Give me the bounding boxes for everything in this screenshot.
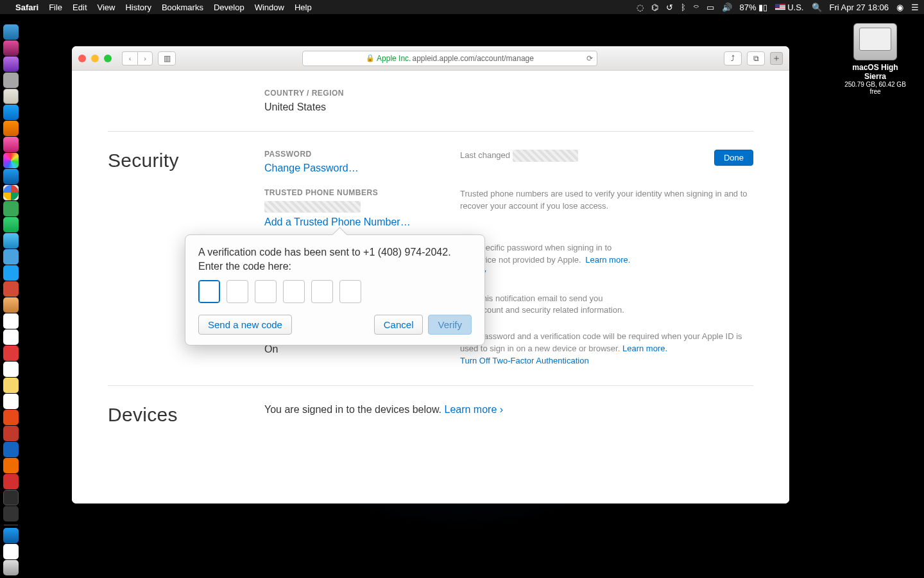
- code-digit-1[interactable]: [198, 280, 220, 303]
- input-source[interactable]: U.S.: [775, 3, 803, 12]
- window-close-button[interactable]: [78, 55, 86, 62]
- dock-app-calendar27b[interactable]: [3, 346, 19, 361]
- cancel-button[interactable]: Cancel: [374, 315, 424, 335]
- code-digit-4[interactable]: [283, 280, 305, 303]
- menu-window[interactable]: Window: [255, 3, 284, 12]
- dock-app-calendar17[interactable]: [3, 313, 19, 329]
- flag-us-icon: [775, 4, 785, 10]
- dock-app-twitter[interactable]: [3, 265, 19, 281]
- bluetooth-icon[interactable]: ᛒ: [681, 3, 686, 12]
- code-digit-2[interactable]: [227, 280, 248, 303]
- country-region-value: United States: [264, 101, 460, 113]
- app-menu[interactable]: Safari: [15, 3, 38, 12]
- traffic-lights: [78, 55, 112, 62]
- address-bar[interactable]: 🔒 Apple Inc. appleid.apple.com/account/m…: [302, 51, 597, 66]
- menu-history[interactable]: History: [125, 3, 151, 12]
- menu-edit[interactable]: Edit: [73, 3, 87, 12]
- verify-button[interactable]: Verify: [428, 315, 472, 335]
- dock-app-notes[interactable]: [3, 297, 19, 313]
- done-button[interactable]: Done: [714, 150, 753, 166]
- dock-app-pages[interactable]: [3, 394, 19, 409]
- timemachine-icon[interactable]: ↺: [666, 3, 673, 12]
- airplay-icon[interactable]: ▭: [706, 3, 714, 12]
- reload-icon[interactable]: ⟳: [586, 54, 593, 63]
- wifi-icon[interactable]: ⌔: [694, 3, 699, 12]
- dock-app-photos[interactable]: [3, 153, 19, 168]
- nav-forward-button[interactable]: ›: [137, 51, 153, 66]
- dock-app-firefox[interactable]: [3, 410, 19, 425]
- new-tab-button[interactable]: ＋: [770, 52, 783, 65]
- popover-message: A verification code has been sent to +1 …: [198, 247, 472, 258]
- battery-status[interactable]: 87% ▮▯: [740, 3, 768, 12]
- dock-app-sheets[interactable]: [3, 201, 19, 216]
- dock-app-finder[interactable]: [3, 24, 19, 40]
- dock-app-screenshot[interactable]: [3, 40, 19, 56]
- desktop-drive[interactable]: macOS High Sierra 250.79 GB, 60.42 GB fr…: [841, 23, 910, 95]
- dock-app-preview[interactable]: [3, 378, 19, 393]
- add-trusted-number-link[interactable]: Add a Trusted Phone Number…: [264, 216, 460, 228]
- menu-bookmarks[interactable]: Bookmarks: [162, 3, 203, 12]
- popover-subtitle: Enter the code here:: [198, 261, 472, 272]
- learn-more-twofa[interactable]: Learn more.: [622, 344, 667, 353]
- page-content[interactable]: COUNTRY / REGION United States Security …: [72, 71, 789, 504]
- dock-app-appstore[interactable]: [3, 105, 19, 120]
- devices-learn-more-link[interactable]: Learn more: [445, 404, 504, 415]
- dock-app-ibooks[interactable]: [3, 121, 19, 136]
- trusted-numbers-label: TRUSTED PHONE NUMBERS: [264, 188, 460, 197]
- code-digit-3[interactable]: [255, 280, 277, 303]
- siri-icon[interactable]: ◉: [896, 3, 903, 12]
- clock[interactable]: Fri Apr 27 18:06: [830, 3, 889, 12]
- nav-back-button[interactable]: ‹: [122, 51, 137, 66]
- menu-help[interactable]: Help: [295, 3, 312, 12]
- dock-app-contacts[interactable]: [3, 89, 19, 104]
- dock-separator: [4, 525, 18, 525]
- code-inputs: [198, 280, 472, 303]
- accessibility-icon[interactable]: ⌬: [651, 3, 658, 12]
- dock-app-textedit[interactable]: [3, 362, 19, 377]
- dock-app-itunes[interactable]: [3, 137, 19, 152]
- dock-app-telegram[interactable]: [3, 249, 19, 265]
- dock-app-chrome[interactable]: [3, 185, 19, 200]
- code-digit-6[interactable]: [339, 280, 361, 303]
- window-minimize-button[interactable]: [91, 55, 99, 62]
- dock-app-1password[interactable]: [3, 442, 19, 457]
- password-label: PASSWORD: [264, 150, 460, 159]
- dock-app-safari-tech[interactable]: [3, 57, 19, 72]
- menu-develop[interactable]: Develop: [214, 3, 244, 12]
- sidebar-button[interactable]: ▥: [158, 51, 176, 66]
- lock-icon: 🔒: [366, 54, 375, 62]
- dock-app-maps[interactable]: [3, 281, 19, 297]
- learn-more-appspecific[interactable]: Learn more.: [585, 255, 630, 265]
- dock-app-opera[interactable]: [3, 426, 19, 441]
- safari-window: ‹ › ▥ 🔒 Apple Inc. appleid.apple.com/acc…: [72, 46, 789, 504]
- dock-app-launchpad[interactable]: [3, 73, 19, 88]
- dock-app-messages[interactable]: [3, 217, 19, 232]
- spotlight-icon[interactable]: 🔍: [812, 3, 822, 12]
- send-new-code-button[interactable]: Send a new code: [198, 315, 292, 335]
- dock-app-calendar27[interactable]: [3, 329, 19, 345]
- turn-off-twofa-link[interactable]: Turn Off Two-Factor Authentication: [460, 356, 589, 365]
- menu-view[interactable]: View: [98, 3, 116, 12]
- volume-icon[interactable]: 🔊: [722, 3, 732, 12]
- dock-folder[interactable]: [3, 544, 19, 559]
- notification-center-icon[interactable]: ☰: [911, 3, 919, 12]
- dock-app-systemprefs[interactable]: [3, 506, 19, 521]
- change-password-link[interactable]: Change Password…: [264, 162, 460, 174]
- dock-trash[interactable]: [3, 560, 19, 575]
- dock-app-terminal[interactable]: [3, 490, 19, 505]
- dock-app-skype[interactable]: [3, 233, 19, 249]
- tabs-button[interactable]: ⧉: [747, 51, 765, 66]
- menulet-icon[interactable]: ◌: [637, 3, 644, 12]
- menu-file[interactable]: File: [49, 3, 62, 12]
- trusted-numbers-desc: Trusted phone numbers are used to verify…: [460, 188, 753, 228]
- dock-app-safari[interactable]: [3, 169, 19, 184]
- share-button[interactable]: ⤴: [724, 51, 742, 66]
- section-security: Security PASSWORD Change Password… Last …: [108, 131, 753, 385]
- window-zoom-button[interactable]: [104, 55, 112, 62]
- code-digit-5[interactable]: [311, 280, 333, 303]
- dock-downloads[interactable]: [3, 528, 19, 543]
- address-company: Apple Inc.: [377, 54, 411, 63]
- dock-app-utility[interactable]: [3, 474, 19, 489]
- last-changed-redacted: XXXXX XX XXXX: [513, 150, 579, 162]
- dock-app-vlc[interactable]: [3, 458, 19, 473]
